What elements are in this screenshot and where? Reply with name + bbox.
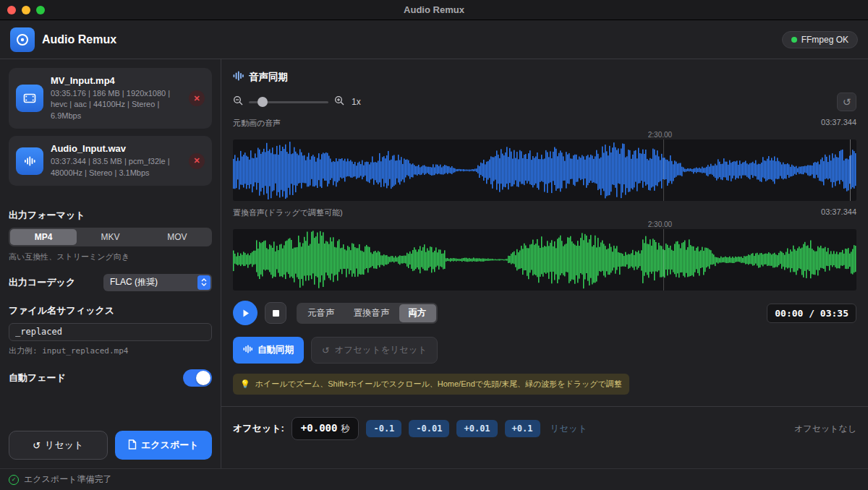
app-header: Audio Remux FFmpeg OK bbox=[0, 20, 868, 59]
app-title: Audio Remux bbox=[42, 33, 116, 46]
sync-panel: 音声同期 1x ↺ 元動画の音声 03:37.344 bbox=[221, 59, 868, 468]
reset-all-button[interactable]: ↺ リセット bbox=[9, 431, 108, 460]
auto-sync-waveform-icon bbox=[243, 345, 252, 356]
zoom-out-icon[interactable] bbox=[233, 95, 243, 108]
auto-sync-label: 自動同期 bbox=[258, 344, 294, 356]
channel-option-source[interactable]: 元音声 bbox=[298, 304, 344, 322]
video-file-name: MV_Input.mp4 bbox=[51, 75, 182, 86]
audio-file-details: 03:37.344 | 83.5 MB | pcm_f32le | 48000H… bbox=[51, 156, 182, 179]
audio-file-icon bbox=[16, 147, 43, 175]
ffmpeg-ok-dot-icon bbox=[791, 37, 797, 43]
auto-fade-toggle[interactable] bbox=[183, 369, 212, 387]
replacement-track: 置換音声(ドラッグで調整可能) 03:37.344 2:30.00 bbox=[233, 207, 856, 291]
audio-file-card: Audio_Input.wav 03:37.344 | 83.5 MB | pc… bbox=[9, 136, 212, 186]
lightbulb-icon: 💡 bbox=[240, 379, 250, 389]
source-waveform[interactable] bbox=[233, 139, 856, 201]
replacement-track-label: 置換音声(ドラッグで調整可能) bbox=[233, 207, 343, 218]
window-title: Audio Remux bbox=[404, 4, 464, 15]
reset-offset-icon: ↺ bbox=[322, 345, 329, 356]
audio-file-name: Audio_Input.wav bbox=[51, 143, 182, 154]
offset-label: オフセット: bbox=[233, 422, 284, 435]
tip-bar: 💡 ホイールでズーム、Shift+ホイールでスクロール、Home/Endで先頭/… bbox=[233, 374, 629, 395]
suffix-label: ファイル名サフィックス bbox=[9, 304, 212, 317]
codec-selected-value: FLAC (推奨) bbox=[110, 276, 196, 288]
replacement-ruler-tick: 2:30.00 bbox=[648, 220, 672, 228]
auto-fade-label: 自動フェード bbox=[9, 371, 66, 384]
export-label: エクスポート bbox=[141, 439, 199, 452]
codec-select[interactable]: FLAC (推奨) bbox=[103, 274, 212, 291]
offset-minus-0.01-button[interactable]: -0.01 bbox=[409, 420, 449, 437]
chevron-up-down-icon bbox=[197, 275, 210, 290]
source-track-duration: 03:37.344 bbox=[821, 118, 856, 129]
reset-icon: ↺ bbox=[33, 440, 41, 451]
output-format-label: 出力フォーマット bbox=[9, 209, 212, 222]
offset-plus-0.1-button[interactable]: +0.1 bbox=[505, 420, 540, 437]
sync-title: 音声同期 bbox=[249, 71, 288, 84]
format-option-mkv[interactable]: MKV bbox=[77, 229, 143, 245]
reset-offset-button[interactable]: ↺ オフセットをリセット bbox=[311, 337, 438, 364]
ffmpeg-status-badge: FFmpeg OK bbox=[782, 31, 858, 48]
offset-value-pill: +0.000 秒 bbox=[292, 417, 359, 440]
minimize-window-button[interactable] bbox=[22, 6, 30, 14]
offset-plus-0.01-button[interactable]: +0.01 bbox=[456, 420, 497, 437]
waveform-icon bbox=[233, 71, 244, 84]
replacement-waveform[interactable] bbox=[233, 229, 856, 291]
channel-option-both[interactable]: 両方 bbox=[399, 304, 436, 322]
view-reset-button[interactable]: ↺ bbox=[837, 93, 856, 111]
zoom-slider[interactable] bbox=[249, 101, 328, 103]
status-text: エクスポート準備完了 bbox=[24, 473, 111, 486]
reset-all-label: リセット bbox=[45, 439, 83, 452]
offset-value: +0.000 bbox=[301, 422, 338, 434]
source-track: 元動画の音声 03:37.344 2:30.00 bbox=[233, 118, 856, 201]
output-example: 出力例: input_replaced.mp4 bbox=[9, 345, 212, 356]
app-window: Audio Remux Audio Remux FFmpeg OK MV_Inp… bbox=[0, 0, 868, 490]
replacement-track-duration: 03:37.344 bbox=[821, 207, 856, 218]
statusbar: ✓ エクスポート準備完了 bbox=[0, 468, 868, 490]
export-file-icon bbox=[128, 439, 137, 452]
toggle-knob bbox=[196, 371, 210, 385]
ffmpeg-status-label: FFmpeg OK bbox=[801, 35, 848, 45]
codec-label: 出力コーデック bbox=[9, 276, 75, 289]
replacement-track-ruler: 2:30.00 bbox=[233, 218, 856, 229]
offset-reset-link[interactable]: リセット bbox=[550, 423, 587, 435]
format-option-mp4[interactable]: MP4 bbox=[10, 229, 77, 245]
zoom-slider-thumb[interactable] bbox=[258, 97, 268, 107]
video-file-meta: MV_Input.mp4 03:35.176 | 186 MB | 1920x1… bbox=[51, 75, 182, 121]
video-file-details: 03:35.176 | 186 MB | 1920x1080 | hevc | … bbox=[51, 88, 182, 121]
remove-audio-button[interactable]: ✕ bbox=[189, 153, 205, 169]
play-button[interactable] bbox=[233, 301, 258, 325]
stop-button[interactable] bbox=[265, 302, 286, 324]
app-logo-icon bbox=[10, 27, 35, 52]
format-option-mov[interactable]: MOV bbox=[144, 229, 210, 245]
source-track-label: 元動画の音声 bbox=[233, 118, 281, 129]
video-file-card: MV_Input.mp4 03:35.176 | 186 MB | 1920x1… bbox=[9, 68, 212, 129]
source-ruler-tick: 2:30.00 bbox=[648, 131, 672, 139]
zoom-in-icon[interactable] bbox=[334, 95, 344, 108]
tip-text: ホイールでズーム、Shift+ホイールでスクロール、Home/Endで先頭/末尾… bbox=[255, 379, 622, 390]
offset-status: オフセットなし bbox=[794, 423, 856, 435]
channel-option-replacement[interactable]: 置換音声 bbox=[344, 304, 399, 322]
check-icon: ✓ bbox=[9, 475, 19, 485]
reset-offset-label: オフセットをリセット bbox=[334, 344, 427, 356]
zoom-window-button[interactable] bbox=[36, 6, 45, 14]
close-window-button[interactable] bbox=[7, 6, 16, 14]
time-display: 00:00 / 03:35 bbox=[767, 304, 856, 323]
auto-sync-button[interactable]: 自動同期 bbox=[233, 337, 304, 364]
divider bbox=[221, 406, 868, 407]
suffix-input[interactable] bbox=[9, 323, 212, 341]
source-track-ruler: 2:30.00 bbox=[233, 129, 856, 139]
format-segmented-control: MP4 MKV MOV bbox=[9, 228, 212, 246]
sidebar: MV_Input.mp4 03:35.176 | 186 MB | 1920x1… bbox=[0, 59, 221, 468]
export-button[interactable]: エクスポート bbox=[115, 431, 213, 460]
format-hint: 高い互換性、ストリーミング向き bbox=[9, 252, 212, 262]
offset-unit: 秒 bbox=[341, 423, 349, 435]
video-file-icon bbox=[16, 85, 43, 112]
remove-video-button[interactable]: ✕ bbox=[189, 90, 205, 106]
traffic-lights bbox=[7, 0, 45, 20]
zoom-level: 1x bbox=[352, 97, 361, 107]
offset-minus-0.1-button[interactable]: -0.1 bbox=[366, 420, 401, 437]
stop-icon bbox=[273, 310, 279, 317]
channel-segmented-control: 元音声 置換音声 両方 bbox=[297, 303, 438, 324]
audio-file-meta: Audio_Input.wav 03:37.344 | 83.5 MB | pc… bbox=[51, 143, 182, 179]
titlebar: Audio Remux bbox=[0, 0, 868, 20]
